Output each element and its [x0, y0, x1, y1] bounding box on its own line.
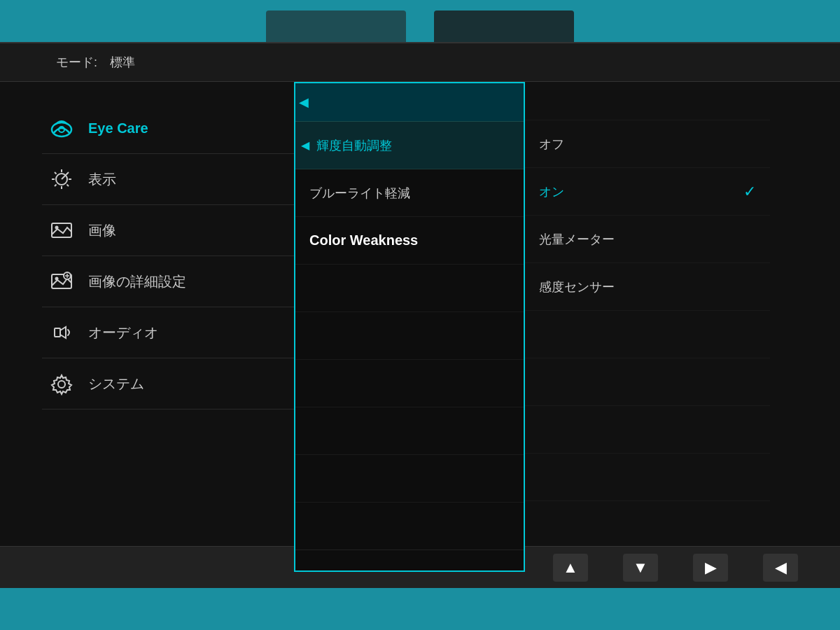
nav-up-button[interactable]: ▲ — [553, 554, 588, 582]
eye-care-icon — [49, 115, 74, 141]
svg-point-15 — [55, 277, 59, 281]
sidebar-item-eye-care[interactable]: Eye Care — [42, 103, 294, 154]
svg-line-8 — [67, 172, 69, 174]
sidebar-item-display[interactable]: 表示 — [42, 154, 294, 205]
sidebar-item-system[interactable]: システム — [42, 358, 294, 410]
checkmark-on: ✓ — [743, 183, 756, 201]
dropdown-item-color-weakness[interactable]: Color Weakness — [295, 217, 524, 265]
sidebar-item-label-eye-care: Eye Care — [88, 120, 148, 136]
dropdown-item-color-weakness-label: Color Weakness — [309, 232, 418, 248]
sidebar-item-label-image: 画像 — [88, 221, 116, 240]
value-row-5 — [525, 311, 770, 358]
dropdown-item-5 — [295, 312, 524, 360]
image-detail-icon — [49, 269, 74, 294]
value-label-on: オン — [539, 183, 564, 200]
sidebar: Eye Care — [0, 82, 294, 589]
value-row-6 — [525, 358, 770, 406]
value-row-7 — [525, 406, 770, 454]
svg-rect-12 — [52, 223, 71, 237]
svg-line-10 — [67, 185, 69, 187]
sidebar-item-image-detail[interactable]: 画像の詳細設定 — [42, 256, 294, 307]
nav-down-icon: ▼ — [633, 559, 648, 577]
sidebar-item-label-image-detail: 画像の詳細設定 — [88, 272, 186, 291]
top-bar-area — [0, 0, 840, 42]
value-row-9 — [525, 501, 770, 549]
nav-right-icon: ▶ — [705, 559, 717, 577]
sidebar-item-audio[interactable]: オーディオ — [42, 307, 294, 358]
svg-point-13 — [55, 226, 59, 230]
top-tab-1 — [266, 10, 406, 42]
sidebar-item-image[interactable]: 画像 — [42, 205, 294, 256]
svg-rect-19 — [55, 328, 60, 337]
svg-line-9 — [55, 172, 57, 174]
nav-up-icon: ▲ — [563, 559, 578, 577]
sidebar-item-label-system: システム — [88, 374, 144, 393]
svg-line-11 — [55, 185, 57, 187]
nav-right-button[interactable]: ▶ — [693, 554, 728, 582]
monitor-frame: モード: 標準 Eye Care — [0, 42, 840, 588]
values-panel: オフ オン ✓ 光量メーター 感度センサー — [525, 82, 770, 549]
value-row-lux[interactable]: 光量メーター — [525, 216, 770, 263]
value-label-sensor: 感度センサー — [539, 279, 615, 295]
nav-left-icon: ◀ — [775, 559, 787, 577]
value-row-sensor[interactable]: 感度センサー — [525, 263, 770, 311]
sidebar-item-label-display: 表示 — [88, 170, 116, 189]
audio-icon — [49, 320, 74, 345]
dropdown-item-brightness-auto-label: 輝度自動調整 — [316, 137, 392, 154]
dropdown-item-selected-indicator[interactable] — [295, 83, 524, 122]
dropdown-item-blue-light-label: ブルーライト軽減 — [309, 185, 410, 202]
svg-point-20 — [58, 381, 65, 388]
nav-left-button[interactable]: ◀ — [763, 554, 798, 582]
dropdown-item-brightness-auto[interactable]: ◀ 輝度自動調整 — [295, 122, 524, 169]
dropdown-item-4 — [295, 265, 524, 312]
display-icon — [49, 167, 74, 192]
dropdown-item-6 — [295, 360, 524, 407]
sidebar-item-label-audio: オーディオ — [88, 323, 158, 342]
value-label-lux: 光量メーター — [539, 231, 615, 248]
value-row-on[interactable]: オン ✓ — [525, 168, 770, 216]
value-label-off: オフ — [539, 136, 564, 153]
value-row-off[interactable]: オフ — [525, 120, 770, 168]
image-icon — [49, 218, 74, 243]
dropdown-item-7 — [295, 407, 524, 455]
menu-area: Eye Care — [0, 82, 840, 589]
nav-down-button[interactable]: ▼ — [623, 554, 658, 582]
mode-label: モード: 標準 — [56, 54, 135, 71]
top-tab-2 — [434, 10, 574, 42]
dropdown-item-8 — [295, 455, 524, 503]
dropdown-item-blue-light[interactable]: ブルーライト軽減 — [295, 169, 524, 217]
value-row-8 — [525, 454, 770, 501]
dropdown-panel: ◀ 輝度自動調整 ブルーライト軽減 Color Weakness — [294, 82, 525, 572]
svg-point-0 — [52, 122, 71, 136]
system-icon — [49, 371, 74, 396]
value-row-0 — [525, 82, 770, 120]
dropdown-item-9 — [295, 503, 524, 550]
mode-bar: モード: 標準 — [0, 43, 840, 82]
